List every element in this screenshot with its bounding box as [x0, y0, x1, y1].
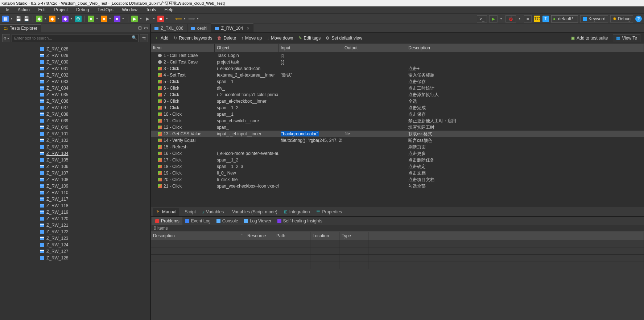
- tree-item[interactable]: Z_RW_110: [0, 189, 150, 196]
- col-object[interactable]: Object: [215, 44, 278, 52]
- spy-web-icon[interactable]: ◆: [36, 16, 42, 22]
- col-input[interactable]: Input: [278, 44, 342, 52]
- editor-mode-tab[interactable]: ☰Properties: [313, 208, 345, 216]
- record-windows-icon[interactable]: ●: [114, 16, 120, 22]
- tree-item[interactable]: Z_RW_104: [0, 150, 150, 157]
- spy-mobile-icon[interactable]: ◆: [49, 16, 55, 22]
- tree-item[interactable]: Z_RW_120: [0, 216, 150, 222]
- panel-tab[interactable]: Self-healing Insights: [274, 217, 325, 225]
- record-mobile-icon[interactable]: ●: [101, 16, 107, 22]
- debug-perspective-button[interactable]: ✸Debug: [610, 15, 633, 22]
- tree-item[interactable]: Z_RW_127: [0, 248, 150, 255]
- minimize-icon[interactable]: ▭: [144, 25, 148, 30]
- record-web-icon[interactable]: ●: [88, 16, 94, 22]
- tree-item[interactable]: Z_RW_109: [0, 183, 150, 189]
- search-icon[interactable]: 🔍: [132, 35, 137, 40]
- step-row[interactable]: 14 - Verify Equalfile.toString(); "rgba(…: [151, 137, 644, 144]
- step-row[interactable]: 16 - Clicki_el-icon-more pointer-events-…: [151, 150, 644, 157]
- editor-mode-tab[interactable]: Script: [180, 208, 199, 216]
- editor-mode-tab[interactable]: 𝑥Variables: [199, 208, 227, 216]
- step-row[interactable]: 7 - Clicki_2_iconfont tianjia1 color-pri…: [151, 91, 644, 98]
- tree-item[interactable]: Z_RW_035: [0, 91, 150, 98]
- run-icon[interactable]: ▶: [131, 16, 138, 22]
- step-row[interactable]: 17 - Clickspan__1_2点击删除任务: [151, 157, 644, 163]
- tc-icon[interactable]: TC: [534, 16, 540, 22]
- menu-debug[interactable]: Debug: [73, 7, 92, 13]
- panel-tab[interactable]: Event Log: [182, 217, 214, 225]
- help-icon[interactable]: ?: [635, 16, 642, 22]
- panel-tab[interactable]: Log Viewer: [241, 217, 274, 225]
- save-all-icon[interactable]: 💾: [23, 16, 30, 22]
- problems-col-description[interactable]: Description^: [151, 232, 245, 240]
- step-row[interactable]: 18 - Clickspan__1_2_3点击确定: [151, 163, 644, 170]
- tree-item[interactable]: Z_RW_038: [0, 111, 150, 118]
- set-default-view-button[interactable]: ⚙Set default view: [326, 36, 362, 41]
- tree-item[interactable]: Z_RW_121: [0, 222, 150, 229]
- menu-file[interactable]: le: [2, 7, 13, 13]
- search-input[interactable]: [12, 34, 139, 42]
- col-description[interactable]: Description: [406, 44, 644, 52]
- problems-col-type[interactable]: Type: [339, 232, 368, 240]
- spy-windows-icon[interactable]: ◆: [62, 16, 69, 22]
- add-to-test-suite-button[interactable]: ▣Add to test suite: [571, 36, 608, 41]
- step-row[interactable]: 4 - Set Texttextarea_2_el-textarea__inne…: [151, 72, 644, 78]
- editor-mode-tab[interactable]: ⊞Integration: [281, 208, 313, 216]
- recent-keywords-button[interactable]: ↻Recent keywords: [173, 36, 212, 41]
- tree-item[interactable]: Z_RW_108: [0, 176, 150, 183]
- play-icon[interactable]: ▶: [489, 15, 498, 22]
- tree-item[interactable]: Z_RW_118: [0, 202, 150, 209]
- filter-icon[interactable]: ⚙ ▾: [2, 34, 10, 42]
- col-item[interactable]: Item: [151, 44, 215, 52]
- tree-item[interactable]: Z_RW_123: [0, 235, 150, 242]
- back-icon[interactable]: ⟸: [175, 16, 182, 22]
- menu-action[interactable]: Action: [14, 7, 33, 13]
- tree-item[interactable]: Z_RW_028: [0, 46, 150, 52]
- tree-item[interactable]: Z_RW_039: [0, 118, 150, 124]
- menu-project[interactable]: Project: [50, 7, 71, 13]
- step-row[interactable]: 2 - Call Test Caseproject task[:]: [151, 59, 644, 65]
- menu-tools[interactable]: Tools: [142, 7, 160, 13]
- editor-tab[interactable]: Z_TXL_006: [151, 24, 187, 32]
- tree-item[interactable]: Z_RW_119: [0, 209, 150, 216]
- tree-item[interactable]: Z_RW_103: [0, 144, 150, 150]
- tree-item[interactable]: Z_RW_102: [0, 137, 150, 144]
- menu-testops[interactable]: TestOps: [94, 7, 117, 13]
- tree-item[interactable]: Z_RW_031: [0, 65, 150, 72]
- panel-tab[interactable]: Problems: [152, 217, 182, 225]
- move-up-button[interactable]: ↑Move up: [241, 36, 262, 41]
- tree-item[interactable]: Z_RW_106: [0, 163, 150, 170]
- tree-item[interactable]: Z_RW_032: [0, 72, 150, 78]
- save-icon[interactable]: 💾: [15, 16, 22, 22]
- tree-item[interactable]: Z_RW_036: [0, 98, 150, 104]
- step-row[interactable]: 10 - Clickspan__1点击保存: [151, 111, 644, 118]
- tree-item[interactable]: Z_RW_124: [0, 242, 150, 248]
- terminal-icon[interactable]: >_: [477, 15, 487, 22]
- view-test-button[interactable]: ▦View Te: [613, 34, 640, 42]
- panel-tab[interactable]: Console: [214, 217, 241, 225]
- editor-tab[interactable]: Z_RW_104✕: [211, 24, 253, 32]
- problems-col-path[interactable]: Path: [274, 232, 310, 240]
- step-row[interactable]: 1 - Call Test CaseTask_Login[:]: [151, 52, 644, 59]
- forward-icon[interactable]: ⟹: [188, 16, 195, 22]
- api-icon[interactable]: ⊕: [75, 16, 82, 22]
- stop2-icon[interactable]: ■: [524, 15, 532, 22]
- delete-button[interactable]: 🗑Delete: [217, 36, 236, 41]
- step-row[interactable]: 21 - Clickspan_vxe-checkbox--icon vxe-ch…: [151, 183, 644, 189]
- tests-explorer-tab[interactable]: 🗂 Tests Explorer: [0, 24, 41, 32]
- tree-item[interactable]: Z_RW_030: [0, 59, 150, 65]
- step-row[interactable]: 6 - Clickdiv_点击工时统计: [151, 85, 644, 91]
- link-editor-icon[interactable]: ⇆: [140, 34, 148, 42]
- tree-item[interactable]: Z_RW_040: [0, 124, 150, 131]
- t-icon[interactable]: T: [542, 16, 549, 22]
- tree-item[interactable]: Z_RW_105: [0, 157, 150, 163]
- tree-item[interactable]: Z_RW_034: [0, 85, 150, 91]
- tree-item[interactable]: Z_RW_107: [0, 170, 150, 176]
- keyword-button[interactable]: Keyword: [580, 15, 608, 22]
- tree-item[interactable]: Z_RW_033: [0, 78, 150, 85]
- step-row[interactable]: 9 - Clickspan__1_2点击完成: [151, 104, 644, 111]
- step-row[interactable]: 11 - Clickspan_el-switch__core禁止更新他人工时：启…: [151, 118, 644, 124]
- problems-col-resource[interactable]: Resource: [245, 232, 274, 240]
- step-row[interactable]: 5 - Clickspan__1点击保存: [151, 78, 644, 85]
- step-row[interactable]: 12 - Clickspan_填写实际工时: [151, 124, 644, 131]
- menu-edit[interactable]: Edit: [34, 7, 49, 13]
